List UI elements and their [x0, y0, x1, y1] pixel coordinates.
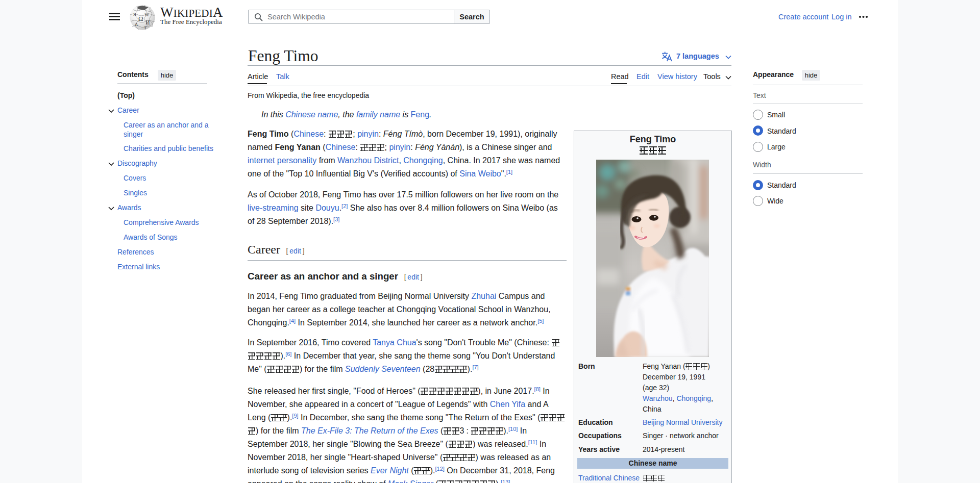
svg-text:Ω: Ω	[138, 15, 143, 22]
svg-text:Я: Я	[133, 12, 136, 17]
svg-text:И: И	[145, 19, 150, 26]
svg-text:Λ: Λ	[135, 22, 138, 27]
svg-text:Τ: Τ	[144, 26, 146, 30]
svg-text:W: W	[144, 12, 150, 17]
